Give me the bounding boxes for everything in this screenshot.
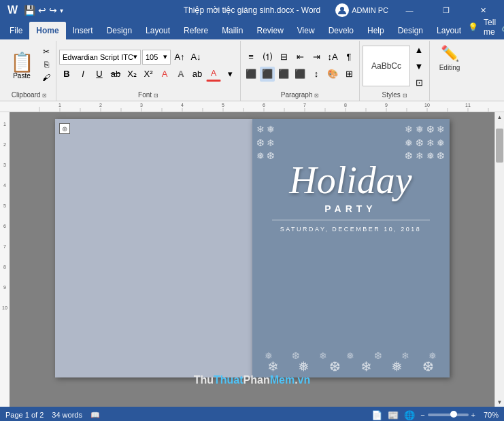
styles-preview: AaBbCc bbox=[371, 61, 401, 71]
tab-refere[interactable]: Refere bbox=[177, 22, 215, 39]
redo-icon[interactable]: ↪ bbox=[49, 5, 57, 16]
minimize-button[interactable]: — bbox=[394, 0, 425, 20]
tab-review[interactable]: Review bbox=[250, 22, 290, 39]
zoom-thumb[interactable] bbox=[450, 411, 457, 418]
watermark: ThuThuatPhanMem.vn bbox=[194, 374, 311, 386]
tab-home[interactable]: Home bbox=[29, 22, 65, 39]
font-name-selector[interactable]: Edwardian Script ITC ▾ bbox=[59, 50, 141, 65]
scroll-track[interactable] bbox=[495, 122, 504, 397]
decrease-indent-button[interactable]: ⇤ bbox=[292, 50, 307, 65]
subscript-button[interactable]: X₂ bbox=[124, 67, 139, 82]
move-handle[interactable]: ⊕ bbox=[59, 123, 70, 134]
svg-text:6: 6 bbox=[263, 103, 265, 107]
view-read-button[interactable]: 📄 bbox=[371, 410, 382, 420]
zoom-slider[interactable] bbox=[428, 414, 469, 416]
restore-button[interactable]: ❐ bbox=[431, 0, 462, 20]
zoom-control: − + 70% bbox=[420, 411, 499, 419]
font-label: Font ⊡ bbox=[138, 91, 158, 99]
zoom-level: 70% bbox=[478, 411, 499, 419]
svg-text:8: 8 bbox=[344, 103, 347, 107]
tab-design[interactable]: Design bbox=[100, 22, 139, 39]
text-effect-button[interactable]: A bbox=[173, 67, 188, 82]
borders-button[interactable]: ⊞ bbox=[341, 67, 356, 82]
styles-expand[interactable]: ⊡ bbox=[403, 92, 407, 99]
decrease-font-button[interactable]: A↓ bbox=[188, 50, 203, 65]
wm-vn: vn bbox=[298, 374, 311, 386]
number-list-button[interactable]: ⑴ bbox=[260, 50, 275, 65]
ribbon-group-font: Edwardian Script ITC ▾ 105 ▾ A↑ A↓ B I U… bbox=[56, 41, 241, 101]
svg-rect-1 bbox=[19, 101, 504, 112]
font-name-dropdown-icon: ▾ bbox=[133, 52, 137, 61]
align-center-button[interactable]: ⬛ bbox=[260, 67, 275, 82]
justify-button[interactable]: ⬛ bbox=[292, 67, 307, 82]
svg-text:9: 9 bbox=[385, 103, 388, 107]
clipboard-expand[interactable]: ⊡ bbox=[42, 92, 47, 99]
scroll-up-button[interactable]: ▲ bbox=[495, 112, 505, 122]
tab-layout[interactable]: Layout bbox=[139, 22, 177, 39]
tell-me-label[interactable]: Tell me bbox=[484, 18, 496, 37]
clear-format-button[interactable]: A bbox=[157, 67, 172, 82]
scroll-down-button[interactable]: ▼ bbox=[495, 397, 505, 407]
bullet-list-button[interactable]: ≡ bbox=[243, 50, 258, 65]
font-color-dropdown[interactable]: ▾ bbox=[222, 67, 237, 82]
tab-help[interactable]: Help bbox=[360, 22, 391, 39]
bottom-snowflakes-row2: ❅❆❄❅❆❄❅ bbox=[252, 350, 450, 361]
cut-button[interactable]: ✂ bbox=[39, 46, 53, 58]
multilevel-list-button[interactable]: ⊟ bbox=[276, 50, 291, 65]
ribbon-group-paragraph: ≡ ⑴ ⊟ ⇤ ⇥ ↕A ¶ ⬛ ⬛ ⬛ ⬛ ↕ 🎨 ⊞ Paragraph ⊡ bbox=[241, 41, 360, 101]
font-expand[interactable]: ⊡ bbox=[154, 92, 158, 99]
wm-phan: Phan bbox=[243, 374, 270, 386]
view-web-button[interactable]: 🌐 bbox=[404, 410, 415, 420]
vertical-scrollbar: ▲ ▼ bbox=[494, 112, 504, 407]
format-painter-button[interactable]: 🖌 bbox=[39, 71, 53, 84]
increase-indent-button[interactable]: ⇥ bbox=[309, 50, 324, 65]
styles-scroll-up[interactable]: ▲ bbox=[411, 42, 426, 57]
copy-button[interactable]: ⎘ bbox=[39, 58, 53, 71]
strikethrough-button[interactable]: ab bbox=[108, 67, 123, 82]
shading-button[interactable]: 🎨 bbox=[325, 67, 340, 82]
tab-view[interactable]: View bbox=[290, 22, 322, 39]
font-size-selector[interactable]: 105 ▾ bbox=[142, 50, 171, 65]
underline-button[interactable]: U bbox=[92, 67, 107, 82]
user-name: ADMIN PC bbox=[352, 6, 388, 14]
tab-insert[interactable]: Insert bbox=[66, 22, 100, 39]
undo-icon[interactable]: ↩ bbox=[38, 5, 46, 16]
spelling-icon[interactable]: 📖 bbox=[90, 411, 100, 420]
editing-button[interactable]: ✏️ Editing bbox=[433, 42, 467, 74]
customize-icon[interactable]: ▾ bbox=[60, 7, 63, 14]
scroll-thumb[interactable] bbox=[496, 129, 503, 163]
text-highlight-button[interactable]: ab bbox=[190, 67, 205, 82]
tab-mailin[interactable]: Mailin bbox=[215, 22, 250, 39]
tab-design2[interactable]: Design bbox=[391, 22, 430, 39]
view-print-button[interactable]: 📰 bbox=[388, 410, 399, 420]
user-avatar bbox=[335, 3, 349, 17]
page-left: ⊕ bbox=[55, 119, 252, 377]
zoom-in-button[interactable]: + bbox=[471, 411, 475, 419]
tab-file[interactable]: File bbox=[3, 22, 29, 39]
font-color-button[interactable]: A bbox=[206, 67, 221, 82]
align-right-button[interactable]: ⬛ bbox=[276, 67, 291, 82]
svg-text:9: 9 bbox=[3, 285, 6, 290]
increase-font-button[interactable]: A↑ bbox=[172, 50, 187, 65]
font-size-dropdown-icon: ▾ bbox=[163, 52, 167, 61]
save-icon[interactable]: 💾 bbox=[24, 5, 35, 16]
sort-button[interactable]: ↕A bbox=[325, 50, 340, 65]
align-left-button[interactable]: ⬛ bbox=[243, 67, 258, 82]
line-spacing-button[interactable]: ↕ bbox=[309, 67, 324, 82]
svg-text:7: 7 bbox=[3, 244, 6, 249]
show-marks-button[interactable]: ¶ bbox=[341, 50, 356, 65]
horizontal-ruler: 1 2 3 4 5 6 7 8 bbox=[0, 101, 504, 112]
tab-layout2[interactable]: Layout bbox=[430, 22, 468, 39]
zoom-out-button[interactable]: − bbox=[420, 411, 424, 419]
clipboard-controls: 📋 Paste ✂ ⎘ 🖌 bbox=[5, 42, 53, 90]
tab-develo[interactable]: Develo bbox=[322, 22, 360, 39]
styles-scroll-down[interactable]: ▼ bbox=[411, 58, 426, 73]
superscript-button[interactable]: X² bbox=[141, 67, 156, 82]
paragraph-expand[interactable]: ⊡ bbox=[314, 92, 319, 99]
styles-gallery[interactable]: AaBbCc bbox=[363, 46, 410, 86]
clipboard-label: Clipboard ⊡ bbox=[12, 91, 48, 99]
italic-button[interactable]: I bbox=[75, 67, 90, 82]
styles-dropdown[interactable]: ⊡ bbox=[411, 75, 426, 90]
paste-button[interactable]: 📋 Paste bbox=[5, 46, 38, 86]
bold-button[interactable]: B bbox=[59, 67, 74, 82]
